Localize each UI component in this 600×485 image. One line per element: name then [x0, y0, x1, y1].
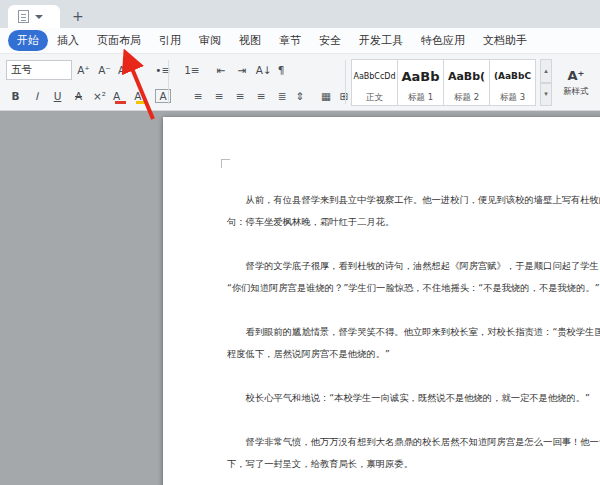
- style-heading-1[interactable]: AaBb 标题 1: [397, 59, 444, 106]
- menu-item-insert[interactable]: 插入: [48, 30, 88, 51]
- menu-item-view[interactable]: 视图: [230, 30, 270, 51]
- style-heading-3[interactable]: (AaBbC 标题 3: [489, 59, 536, 106]
- gallery-scroll-down-button[interactable]: ▾: [540, 83, 552, 107]
- menu-item-special-apps[interactable]: 特色应用: [412, 30, 474, 51]
- highlight-button[interactable]: A: [132, 86, 151, 106]
- shrink-font-button[interactable]: A⁻: [95, 60, 114, 80]
- style-name: 标题 1: [408, 92, 433, 102]
- document-page[interactable]: 从前，有位县督学来到县立中学视察工作。他一进校门，便见到该校的墙壁上写有杜牧的诗…: [163, 117, 600, 485]
- paragraph[interactable]: 校长心平气和地说：“本校学生一向诚实，既然说不是他烧的，就一定不是他烧的。”: [227, 387, 600, 409]
- show-marks-button[interactable]: ¶: [276, 60, 295, 80]
- bullets-button[interactable]: •≡: [153, 60, 180, 80]
- ribbon-row-1: 五号 A⁺ A⁻ A •≡ 1≡ ⇤ ⇥ A↓ ¶: [6, 59, 295, 81]
- ribbon-row-2: B I U A ×² A A A ≡ ≡ ≡ ≡ ≣: [6, 85, 358, 107]
- grow-font-button[interactable]: A⁺: [74, 60, 93, 80]
- styles-gallery: AaBbCcDd 正文 AaBb 标题 1 AaBb( 标题 2 (AaBbC …: [352, 59, 536, 106]
- menu-bar: 开始 插入 页面布局 引用 审阅 视图 章节 安全 开发工具 特色应用 文档助手: [0, 28, 600, 54]
- style-name: 正文: [366, 92, 383, 102]
- shading-button[interactable]: ▦: [316, 86, 335, 106]
- menu-item-doc-assistant[interactable]: 文档助手: [474, 30, 536, 51]
- margin-crop-mark: [221, 159, 230, 168]
- menu-item-section[interactable]: 章节: [270, 30, 310, 51]
- font-size-value: 五号: [11, 63, 32, 77]
- menu-item-page-layout[interactable]: 页面布局: [88, 30, 150, 51]
- borders-icon: ⊞: [339, 90, 348, 102]
- highlight-swatch: [136, 101, 147, 104]
- style-name: 标题 2: [454, 92, 479, 102]
- ribbon-separator: [168, 60, 169, 104]
- distribute-button[interactable]: ≣: [273, 86, 292, 106]
- align-center-button[interactable]: ≡: [210, 86, 229, 106]
- italic-button[interactable]: I: [27, 86, 46, 106]
- wps-writer-window: + 开始 插入 页面布局 引用 审阅 视图 章节 安全 开发工具 特色应用 文档…: [0, 0, 600, 485]
- numbering-icon: 1≡: [184, 64, 199, 76]
- new-tab-button[interactable]: +: [72, 9, 84, 23]
- document-icon: [18, 10, 29, 23]
- decrease-indent-button[interactable]: ⇤: [212, 60, 231, 80]
- pilcrow-icon: ¶: [278, 64, 285, 76]
- chevron-down-icon[interactable]: [35, 15, 43, 19]
- text-effects-icon: A: [118, 64, 125, 76]
- menu-item-security[interactable]: 安全: [310, 30, 350, 51]
- style-heading-2[interactable]: AaBb( 标题 2: [443, 59, 490, 106]
- menu-item-review[interactable]: 审阅: [190, 30, 230, 51]
- menu-item-home[interactable]: 开始: [8, 30, 48, 51]
- numbering-button[interactable]: 1≡: [182, 60, 209, 80]
- strikethrough-button[interactable]: A: [69, 86, 88, 106]
- paragraph[interactable]: 督学非常气愤，他万万没有想到大名鼎鼎的校长居然不知道阿房宫是怎么一回事！他一气之…: [227, 431, 600, 475]
- menu-item-dev-tools[interactable]: 开发工具: [350, 30, 412, 51]
- new-style-label: 新样式: [563, 86, 589, 98]
- font-color-button[interactable]: A: [111, 86, 130, 106]
- paragraph[interactable]: 督学的文学底子很厚，看到杜牧的诗句，油然想起《阿房宫赋》，于是顺口问起了学生：“…: [227, 255, 600, 299]
- justify-button[interactable]: ≡: [252, 86, 271, 106]
- styles-gallery-scroll: ▴ ▾: [540, 59, 552, 106]
- document-tab[interactable]: [8, 5, 60, 28]
- bold-button[interactable]: B: [6, 86, 25, 106]
- line-spacing-icon: ⇕: [296, 90, 305, 102]
- superscript-button[interactable]: ×²: [90, 86, 109, 106]
- style-preview: AaBb(: [448, 60, 485, 92]
- increase-indent-button[interactable]: ⇥: [233, 60, 252, 80]
- font-color-swatch: [115, 101, 126, 104]
- document-body: 从前，有位县督学来到县立中学视察工作。他一进校门，便见到该校的墙壁上写有杜牧的诗…: [227, 189, 600, 475]
- gallery-scroll-up-button[interactable]: ▴: [540, 59, 552, 83]
- char-border-button[interactable]: A: [153, 86, 172, 106]
- new-style-icon: A⁺: [568, 68, 585, 83]
- style-preview: (AaBbC: [494, 60, 531, 92]
- new-style-button[interactable]: A⁺ 新样式: [556, 59, 596, 106]
- align-left-button[interactable]: ≡: [189, 86, 208, 106]
- tab-bar: +: [0, 0, 600, 28]
- underline-button[interactable]: U: [48, 86, 67, 106]
- document-workspace[interactable]: 从前，有位县督学来到县立中学视察工作。他一进校门，便见到该校的墙壁上写有杜牧的诗…: [0, 111, 600, 485]
- ribbon: 五号 A⁺ A⁻ A •≡ 1≡ ⇤ ⇥ A↓ ¶: [0, 54, 600, 111]
- font-size-select[interactable]: 五号: [6, 60, 72, 80]
- align-right-button[interactable]: ≡: [231, 86, 250, 106]
- ribbon-separator: [345, 60, 346, 104]
- style-name: 标题 3: [500, 92, 525, 102]
- menu-item-references[interactable]: 引用: [150, 30, 190, 51]
- text-effects-button[interactable]: A: [116, 60, 135, 80]
- style-normal[interactable]: AaBbCcDd 正文: [351, 59, 398, 106]
- paragraph[interactable]: 看到眼前的尴尬情景，督学哭笑不得。他立即来到校长室，对校长指责道：“贵校学生国文…: [227, 321, 600, 365]
- line-spacing-button[interactable]: ⇕: [294, 86, 315, 106]
- paragraph[interactable]: 从前，有位县督学来到县立中学视察工作。他一进校门，便见到该校的墙壁上写有杜牧的诗…: [227, 189, 600, 233]
- style-preview: AaBb: [401, 60, 439, 92]
- sort-button[interactable]: A↓: [254, 60, 274, 80]
- style-preview: AaBbCcDd: [353, 60, 395, 92]
